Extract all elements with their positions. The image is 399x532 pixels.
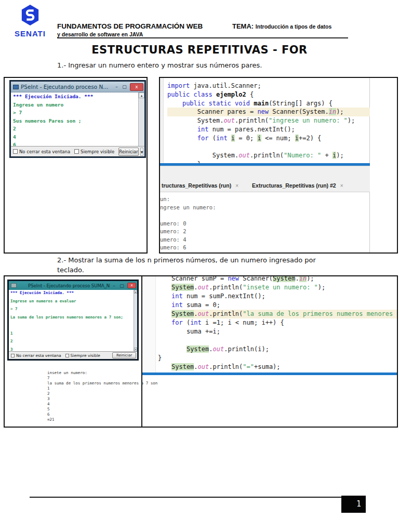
pseint2-console-lines: *** Ejecución Iniciada. ***Ingrese un nu… bbox=[10, 290, 132, 351]
code-line: System.out.println("="+suma); bbox=[171, 363, 398, 371]
close-button[interactable]: x bbox=[127, 283, 136, 288]
restart-button[interactable]: Reiniciar bbox=[112, 352, 136, 358]
splitter-bar[interactable] bbox=[142, 373, 398, 375]
console-line: *** Ejecución Iniciada. *** bbox=[13, 94, 136, 102]
pseint2-scrollbar[interactable]: ▲ ▼ bbox=[134, 290, 137, 351]
tab-label: tructuras_Repetitivas (run) bbox=[162, 182, 231, 189]
console-line: umero: 6 bbox=[160, 244, 370, 252]
scroll-up-icon[interactable]: ▲ bbox=[139, 92, 144, 98]
console-line: UILD SUCCESSFUL (total time: 7 seconds) bbox=[160, 252, 370, 254]
tab-close-icon[interactable]: × bbox=[235, 183, 238, 189]
code-editor-2[interactable]: Scanner sumP = new Scanner(System.in);Sy… bbox=[142, 276, 398, 371]
figure1-right-frame: import java.util.Scanner;public class ej… bbox=[159, 77, 398, 254]
scroll-up-icon[interactable]: ▲ bbox=[134, 290, 137, 294]
netbeans-editor-1: import java.util.Scanner;public class ej… bbox=[160, 78, 370, 254]
console-line: umero: 2 bbox=[160, 228, 370, 236]
checkbox-siempre-visible[interactable]: Siempre visible bbox=[65, 353, 100, 358]
code-line: System.out.println(i); bbox=[171, 345, 398, 354]
code-line: for (int i =1; i < num; i++) { bbox=[171, 318, 398, 327]
netbeans-editor-2: Scanner sumP = new Scanner(System.in);Sy… bbox=[142, 276, 398, 373]
console-line: Sus numeros Pares son ; bbox=[13, 118, 136, 126]
minimize-button[interactable]: – bbox=[110, 283, 118, 288]
code-line: System.out.println("insete un numero: ")… bbox=[171, 283, 398, 292]
tab-run-1[interactable]: tructuras_Repetitivas (run)× bbox=[162, 182, 238, 189]
pseint2-console: *** Ejecución Iniciada. ***Ingrese un nu… bbox=[9, 290, 137, 351]
pseint1-console: *** Ejecución Iniciada. ***Ingrese un nu… bbox=[11, 92, 144, 146]
console-line: 1 bbox=[47, 386, 157, 391]
console-line: > 7 bbox=[10, 307, 132, 315]
code-line: int suma = 0; bbox=[171, 301, 398, 310]
console-line: 2 bbox=[13, 126, 136, 134]
pseint1-console-lines: *** Ejecución Iniciada. ***Ingrese un nu… bbox=[13, 94, 136, 146]
pseint-window-1: PSeInt - Ejecutando proceso N... – ▢ x *… bbox=[9, 80, 146, 158]
exercise1-heading: 1.- Ingresar un numero entero y mostrar … bbox=[57, 61, 262, 69]
checkbox-no-cerrar[interactable]: No cerrar esta ventana bbox=[11, 353, 61, 358]
code-line: public static void main(String[] args) { bbox=[167, 99, 370, 108]
scroll-down-icon[interactable]: ▼ bbox=[140, 148, 144, 156]
checkbox-icon[interactable] bbox=[13, 149, 18, 154]
course-title: FUNDAMENTOS DE PROGRAMACIÓN WEB bbox=[57, 22, 203, 30]
header-rule bbox=[57, 37, 348, 38]
code-line: } bbox=[158, 354, 398, 363]
checkbox-label: Siempre visible bbox=[81, 149, 114, 154]
code-line: int num = pares.nextInt(); bbox=[167, 125, 370, 134]
code-editor-1[interactable]: import java.util.Scanner;public class ej… bbox=[160, 82, 370, 169]
restart-button[interactable]: Reiniciar bbox=[118, 148, 139, 156]
page-title: ESTRUCTURAS REPETITIVAS - FOR bbox=[0, 44, 399, 56]
pseint2-titlebar: PSeInt - Ejecutando proceso SUMA_NUMEROS… bbox=[9, 281, 137, 290]
tema-value: Introducción a tipos de datos bbox=[256, 23, 331, 30]
code-line: suma +=i; bbox=[171, 327, 398, 336]
checkbox-icon[interactable] bbox=[11, 354, 15, 357]
senati-logo-text: SENATI bbox=[9, 29, 51, 38]
console-line: un: bbox=[160, 195, 370, 204]
console-line: Ingrese un numero bbox=[13, 102, 136, 110]
code-line bbox=[171, 336, 398, 345]
tema-block: TEMA: Introducción a tipos de datos bbox=[232, 22, 331, 30]
console-line: umero: 0 bbox=[160, 220, 370, 228]
maximize-button[interactable]: ▢ bbox=[121, 84, 128, 89]
pseint-app-icon bbox=[13, 85, 19, 89]
pseint1-titlebar: PSeInt - Ejecutando proceso N... – ▢ x bbox=[11, 82, 144, 92]
checkbox-siempre-visible[interactable]: Siempre visible bbox=[74, 149, 114, 154]
senati-logo: SENATI bbox=[9, 4, 51, 38]
console-line: *** Ejecución Iniciada. *** bbox=[10, 290, 132, 299]
checkbox-icon[interactable] bbox=[65, 354, 69, 357]
code-line: import java.util.Scanner; bbox=[167, 82, 370, 90]
console-line: 6 bbox=[13, 142, 136, 146]
tab-run-2[interactable]: Extructuras_Repetitivas (run) #2× bbox=[252, 182, 343, 189]
pseint1-bottombar: No cerrar esta ventana Siempre visible R… bbox=[11, 146, 144, 156]
close-button[interactable]: x bbox=[130, 83, 143, 91]
senati-hexagon-icon bbox=[20, 4, 40, 26]
code-line: int num = sumP.nextInt(); bbox=[171, 292, 398, 301]
figure1-left-frame: PSeInt - Ejecutando proceso N... – ▢ x *… bbox=[4, 77, 148, 254]
console-line: 3 bbox=[47, 396, 157, 402]
console-line: Ingrese un numeros a evaluar bbox=[10, 299, 132, 307]
scroll-down-icon[interactable]: ▼ bbox=[134, 348, 137, 351]
checkbox-no-cerrar[interactable]: No cerrar esta ventana bbox=[13, 149, 70, 154]
console-line: =21 bbox=[47, 417, 157, 422]
console-line: 6 bbox=[47, 412, 157, 417]
code-line bbox=[167, 143, 370, 152]
pseint1-scrollbar[interactable]: ▲ bbox=[138, 92, 144, 146]
checkbox-icon[interactable] bbox=[74, 149, 79, 154]
checkbox-label: Siempre visible bbox=[71, 353, 100, 358]
exercise2-heading: 2.- Mostrar la suma de los n primeros nú… bbox=[57, 255, 348, 275]
tab-close-icon[interactable]: × bbox=[340, 183, 343, 189]
console-line bbox=[160, 211, 370, 220]
course-subtitle: y desarrollo de software en JAVA bbox=[57, 31, 143, 37]
checkbox-label: No cerrar esta ventana bbox=[16, 353, 61, 358]
console-line: 3 bbox=[10, 347, 132, 352]
pseint2-title: PSeInt - Ejecutando proceso SUMA_NUMEROS bbox=[19, 283, 110, 288]
output-tabstrip: tructuras_Repetitivas (run)× Extructuras… bbox=[160, 166, 370, 192]
pseint-app-icon bbox=[11, 283, 17, 288]
checkbox-label: No cerrar esta ventana bbox=[19, 149, 70, 154]
pseint2-bottombar: No cerrar esta ventana Siempre visible R… bbox=[9, 351, 137, 359]
document-page: SENATI FUNDAMENTOS DE PROGRAMACIÓN WEB y… bbox=[0, 0, 399, 532]
code-line: Scanner sumP = new Scanner(System.in); bbox=[171, 276, 398, 283]
maximize-button[interactable]: ▢ bbox=[118, 283, 126, 288]
minimize-button[interactable]: – bbox=[113, 84, 121, 89]
exercise2-heading-line2: teclado. bbox=[57, 266, 84, 274]
code-line: System.out.println("ingrese un numero: "… bbox=[167, 116, 370, 125]
page-number: 1 bbox=[341, 496, 366, 513]
console-line: 2 bbox=[10, 339, 132, 347]
